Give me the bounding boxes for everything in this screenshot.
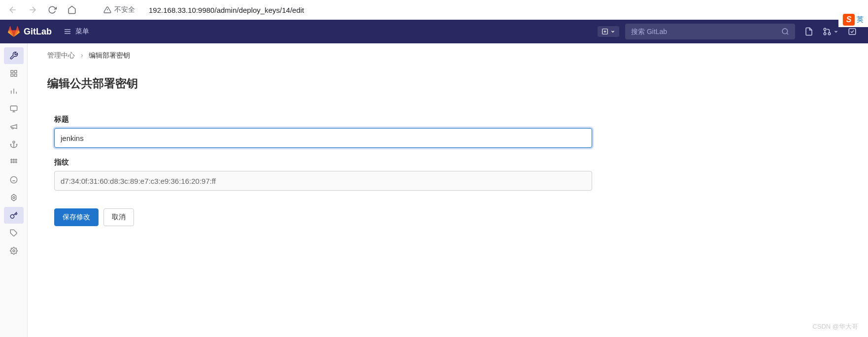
merge-requests-dropdown[interactable]: [823, 27, 838, 36]
home-button[interactable]: [64, 2, 80, 18]
svg-point-34: [13, 197, 15, 199]
search-input[interactable]: [631, 28, 781, 35]
merge-request-icon: [823, 27, 832, 36]
browser-toolbar: 不安全 192.168.33.10:9980/admin/deploy_keys…: [0, 0, 868, 20]
menu-label: 菜单: [75, 27, 89, 36]
svg-point-11: [824, 33, 826, 35]
svg-point-27: [13, 159, 14, 161]
svg-rect-13: [849, 29, 856, 34]
breadcrumb: 管理中心 › 编辑部署密钥: [42, 51, 853, 60]
svg-point-32: [10, 176, 17, 183]
hamburger-icon: [64, 28, 71, 35]
ime-indicator: S 英: [838, 12, 868, 27]
anchor-icon: [10, 140, 18, 148]
apps-icon: [10, 158, 18, 166]
brand-name: GitLab: [24, 27, 52, 37]
ime-lang: 英: [857, 15, 864, 24]
svg-marker-33: [11, 194, 16, 201]
svg-point-30: [13, 162, 14, 163]
gitlab-logo-link[interactable]: GitLab: [8, 26, 52, 37]
reload-button[interactable]: [44, 2, 60, 18]
fingerprint-label: 指纹: [54, 158, 592, 167]
svg-rect-15: [14, 70, 17, 73]
svg-point-12: [828, 33, 831, 35]
sidebar-item-deploy-keys[interactable]: [4, 207, 24, 224]
svg-point-29: [11, 162, 12, 163]
svg-point-31: [15, 162, 17, 163]
kubernetes-icon: [10, 194, 18, 202]
breadcrumb-separator: ›: [81, 51, 83, 59]
gitlab-icon: [8, 26, 20, 37]
megaphone-icon: [10, 123, 18, 131]
back-button[interactable]: [5, 2, 21, 18]
chart-icon: [10, 87, 18, 95]
sidebar-item-monitoring[interactable]: [4, 101, 24, 117]
svg-point-36: [13, 250, 15, 252]
svg-rect-21: [10, 106, 17, 110]
cancel-button[interactable]: 取消: [103, 208, 134, 226]
svg-rect-17: [14, 74, 17, 76]
address-bar-url[interactable]: 192.168.33.10:9980/admin/deploy_keys/14/…: [149, 6, 304, 14]
key-icon: [10, 211, 18, 219]
dashboard-icon: [10, 69, 18, 77]
save-button[interactable]: 保存修改: [54, 208, 99, 226]
sidebar-item-messages[interactable]: [4, 118, 24, 135]
sidebar-item-overview[interactable]: [4, 65, 24, 82]
issues-icon: [804, 27, 813, 36]
svg-point-28: [15, 159, 17, 161]
fingerprint-input: [54, 171, 592, 191]
sidebar-item-abuse[interactable]: [4, 171, 24, 188]
watermark: CSDN @华大哥: [812, 322, 858, 331]
svg-point-24: [13, 141, 15, 143]
chevron-down-icon: [834, 29, 838, 34]
title-input[interactable]: [54, 128, 592, 148]
sidebar-item-analytics[interactable]: [4, 83, 24, 100]
new-dropdown[interactable]: [598, 26, 619, 37]
gear-icon: [10, 247, 18, 255]
todos-icon: [848, 27, 857, 36]
admin-sidebar: [0, 43, 28, 337]
tag-icon: [10, 229, 18, 237]
security-indicator[interactable]: 不安全: [99, 5, 140, 14]
sidebar-item-kubernetes[interactable]: [4, 189, 24, 206]
sidebar-item-labels[interactable]: [4, 225, 24, 241]
title-label: 标题: [54, 115, 592, 124]
chevron-down-icon: [610, 29, 615, 34]
menu-button[interactable]: 菜单: [64, 27, 89, 36]
monitor-icon: [10, 105, 18, 113]
issues-link[interactable]: [801, 24, 817, 39]
sidebar-item-admin[interactable]: [4, 47, 24, 64]
svg-point-10: [824, 28, 826, 31]
breadcrumb-root[interactable]: 管理中心: [47, 51, 75, 59]
svg-rect-16: [11, 74, 13, 76]
main-content: 管理中心 › 编辑部署密钥 编辑公共部署密钥 标题 指纹 保存修改 取消: [28, 43, 868, 337]
svg-line-9: [787, 33, 788, 34]
sidebar-item-hooks[interactable]: [4, 136, 24, 153]
breadcrumb-current: 编辑部署密钥: [89, 51, 130, 59]
wrench-icon: [9, 51, 18, 60]
svg-rect-14: [11, 70, 13, 73]
warning-icon: [103, 6, 111, 14]
sidebar-item-applications[interactable]: [4, 154, 24, 170]
sidebar-item-settings[interactable]: [4, 242, 24, 259]
forward-button[interactable]: [25, 2, 40, 18]
face-icon: [10, 176, 18, 184]
gitlab-header: S 英 GitLab 菜单: [0, 20, 868, 43]
page-title: 编辑公共部署密钥: [42, 76, 853, 91]
svg-point-8: [782, 29, 788, 34]
security-label: 不安全: [114, 5, 135, 14]
svg-point-26: [11, 159, 12, 161]
search-icon: [781, 28, 789, 35]
plus-square-icon: [601, 28, 608, 35]
search-box[interactable]: [625, 24, 795, 39]
ime-logo: S: [843, 14, 855, 26]
